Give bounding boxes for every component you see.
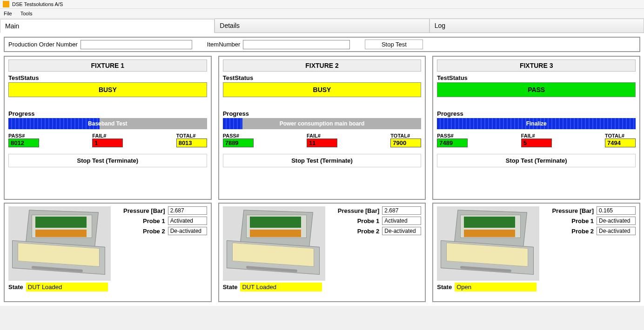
state-label: State [8,284,23,290]
probe1-value: Activated [382,217,421,225]
app-icon [3,1,9,7]
tab-main[interactable]: Main [0,19,215,33]
fixture-panel-3: FIXTURE 3TestStatusPASSProgressFinalizeP… [432,56,640,200]
state-label: State [223,284,238,290]
fixture-row: FIXTURE 1TestStatusBUSYProgressBaseband … [4,56,640,200]
progress-text: Finalize [437,118,636,129]
main-content: Production Order Number ItemNumber Stop … [0,33,644,306]
fixture-title: FIXTURE 3 [437,59,636,72]
menu-file[interactable]: File [2,10,14,17]
fail-value: 5 [521,139,552,147]
state-value: DUT Loaded [26,283,108,291]
tab-log[interactable]: Log [429,19,644,33]
probe2-value: De-activated [168,227,207,235]
hardware-readings: Pressure [Bar]2.687Probe 1ActivatedProbe… [331,206,422,281]
total-value: 8013 [176,139,207,147]
pass-label: PASS# [223,133,254,139]
pass-value: 8012 [8,139,39,147]
fixture-title: FIXTURE 2 [223,59,422,72]
counters: PASS#8012FAIL#1TOTAL#8013 [8,133,207,147]
progress-label: Progress [8,110,207,117]
tab-details[interactable]: Details [215,19,429,33]
hardware-row: Pressure [Bar]2.687Probe 1ActivatedProbe… [4,200,640,302]
menu-bar: File Tools [0,9,644,19]
item-number-input[interactable] [243,40,350,49]
probe2-label: Probe 2 [143,228,165,235]
progress-bar: Baseband Test [8,118,207,129]
probe2-value: De-activated [382,227,421,235]
pressure-label: Pressure [Bar] [338,207,380,214]
stop-test-terminate-button[interactable]: Stop Test (Terminate) [223,154,421,167]
test-status-value: PASS [437,82,636,97]
state-label: State [437,284,452,290]
counters: PASS#7489FAIL#5TOTAL#7494 [437,133,636,147]
teststatus-label: TestStatus [8,74,207,81]
fixture-title: FIXTURE 1 [8,59,207,72]
probe1-label: Probe 1 [143,218,165,224]
stop-test-terminate-button[interactable]: Stop Test (Terminate) [437,154,635,167]
test-status-value: BUSY [8,82,207,97]
progress-label: Progress [437,110,636,117]
total-label: TOTAL# [390,133,421,139]
window-titlebar: DSE Testsolutions A/S [0,0,644,9]
fixture-image [223,206,325,281]
hardware-readings: Pressure [Bar]2.687Probe 1ActivatedProbe… [116,206,207,281]
fixture-panel-2: FIXTURE 2TestStatusBUSYProgressPower con… [218,56,426,200]
total-label: TOTAL# [605,133,636,139]
pressure-label: Pressure [Bar] [123,207,165,214]
hardware-readings: Pressure [Bar]0.165Probe 1De-activatedPr… [545,206,636,281]
probe2-value: De-activated [597,227,636,235]
fail-label: FAIL# [92,133,123,139]
menu-tools[interactable]: Tools [19,10,34,17]
tab-strip: Main Details Log [0,19,644,33]
stop-test-button[interactable]: Stop Test [365,40,423,49]
window-title: DSE Testsolutions A/S [12,1,63,7]
stop-test-terminate-button[interactable]: Stop Test (Terminate) [9,154,207,167]
total-label: TOTAL# [176,133,207,139]
pressure-value: 0.165 [597,206,636,215]
state-value: DUT Loaded [240,283,322,291]
counters: PASS#7889FAIL#11TOTAL#7900 [223,133,422,147]
prod-order-input[interactable] [80,40,192,49]
probe1-label: Probe 1 [357,218,380,224]
probe2-label: Probe 2 [357,228,380,235]
probe1-value: Activated [168,217,207,225]
progress-label: Progress [223,110,422,117]
fixture-panel-1: FIXTURE 1TestStatusBUSYProgressBaseband … [4,56,212,200]
pressure-label: Pressure [Bar] [552,207,594,214]
progress-bar: Power consumption main board [223,118,422,129]
pressure-value: 2.687 [382,206,421,215]
probe2-label: Probe 2 [571,228,594,235]
pass-label: PASS# [8,133,39,139]
hardware-panel-1: Pressure [Bar]2.687Probe 1ActivatedProbe… [4,203,212,302]
fixture-image [8,206,111,281]
prod-order-label: Production Order Number [8,41,78,48]
item-number-label: ItemNumber [207,41,241,48]
pass-value: 7889 [223,139,254,147]
progress-text: Baseband Test [8,118,207,129]
hardware-panel-2: Pressure [Bar]2.687Probe 1ActivatedProbe… [218,203,426,302]
top-toolbar: Production Order Number ItemNumber Stop … [4,37,640,52]
hardware-panel-3: Pressure [Bar]0.165Probe 1De-activatedPr… [432,203,640,302]
fail-label: FAIL# [307,133,337,139]
pass-value: 7489 [437,139,468,147]
state-value: Open [455,283,537,291]
total-value: 7494 [605,139,636,147]
probe1-label: Probe 1 [571,218,594,224]
test-status-value: BUSY [223,82,422,97]
total-value: 7900 [390,139,421,147]
fail-value: 11 [307,139,337,147]
pass-label: PASS# [437,133,468,139]
pressure-value: 2.687 [168,206,207,215]
probe1-value: De-activated [597,217,636,225]
teststatus-label: TestStatus [223,74,422,81]
fail-value: 1 [92,139,123,147]
progress-text: Power consumption main board [223,118,422,129]
progress-bar: Finalize [437,118,636,129]
fail-label: FAIL# [521,133,552,139]
teststatus-label: TestStatus [437,74,636,81]
fixture-image [437,206,539,281]
